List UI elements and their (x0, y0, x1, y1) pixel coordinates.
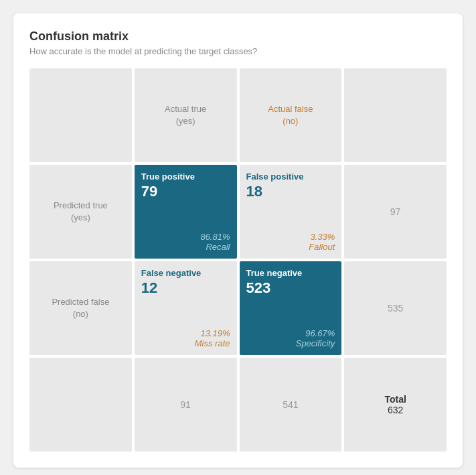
row2-total: 97 (390, 206, 401, 217)
footer-col3: 541 (283, 399, 298, 410)
false-positive-label: False positive (246, 172, 335, 182)
cell-false-positive: False positive 18 3.33% Fallout (240, 165, 342, 259)
confusion-matrix-grid: Actual true (yes) Actual false (no) Pred… (29, 68, 447, 452)
actual-true-label: Actual true (yes) (165, 103, 206, 127)
footer-col2: 91 (180, 399, 191, 410)
true-negative-label: True negative (246, 268, 335, 278)
false-negative-percent: 13.19% (141, 328, 230, 338)
footer-total-label: Total (384, 394, 406, 405)
true-positive-percent: 86.81% (141, 232, 230, 242)
chart-subtitle: How accurate is the model at predicting … (29, 46, 447, 56)
false-positive-count: 18 (246, 183, 335, 200)
cell-r1-c4 (344, 68, 447, 162)
actual-false-label: Actual false (no) (268, 103, 313, 127)
true-negative-metric: Specificity (246, 338, 335, 348)
chart-title: Confusion matrix (29, 29, 447, 44)
predicted-true-label: Predicted true (yes) (54, 200, 108, 224)
true-negative-percent: 96.67% (246, 328, 335, 338)
cell-r3-c4: 535 (344, 261, 447, 355)
cell-r3-c1: Predicted false (no) (29, 261, 132, 355)
false-negative-count: 12 (141, 279, 230, 297)
cell-r4-c4: Total 632 (344, 358, 447, 452)
true-positive-count: 79 (141, 183, 230, 200)
false-positive-percent: 3.33% (246, 232, 335, 242)
row3-total: 535 (388, 303, 403, 314)
cell-r4-c1 (29, 358, 132, 452)
cell-true-negative: True negative 523 96.67% Specificity (240, 261, 342, 355)
true-negative-count: 523 (246, 279, 335, 297)
cell-r1-c1 (29, 68, 132, 162)
cell-r4-c2: 91 (135, 358, 237, 452)
footer-total-value: 632 (388, 405, 403, 415)
cell-r2-c1: Predicted true (yes) (29, 165, 132, 259)
false-positive-metric: Fallout (246, 242, 335, 252)
true-positive-metric: Recall (141, 242, 230, 252)
cell-r1-c3: Actual false (no) (240, 68, 342, 162)
cell-r4-c3: 541 (240, 358, 342, 452)
cell-r2-c4: 97 (344, 165, 447, 259)
false-negative-label: False negative (141, 268, 230, 278)
false-negative-metric: Miss rate (141, 338, 230, 348)
predicted-false-label: Predicted false (no) (52, 296, 109, 320)
confusion-matrix-card: Confusion matrix How accurate is the mod… (13, 13, 463, 468)
true-positive-label: True positive (141, 172, 230, 182)
cell-true-positive: True positive 79 86.81% Recall (135, 165, 237, 259)
cell-false-negative: False negative 12 13.19% Miss rate (135, 261, 237, 355)
cell-r1-c2: Actual true (yes) (135, 68, 237, 162)
